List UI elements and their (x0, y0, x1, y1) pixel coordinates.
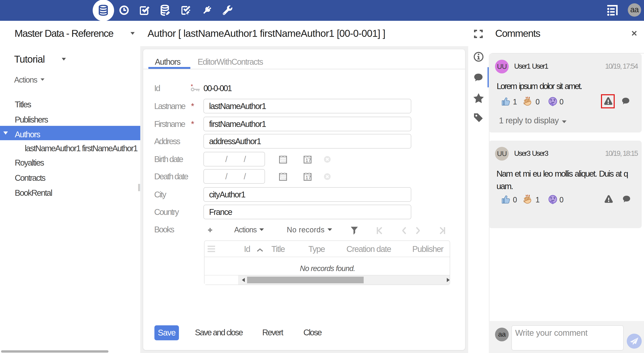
svg-text:17: 17 (306, 157, 311, 163)
svg-text:*: * (191, 84, 193, 90)
svg-text:17: 17 (306, 175, 311, 180)
